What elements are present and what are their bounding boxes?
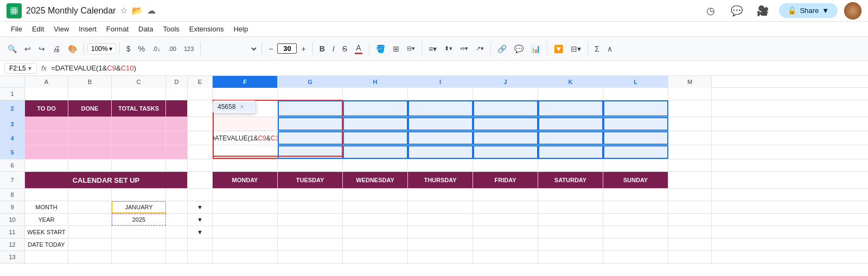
cell-F11[interactable]: [213, 226, 278, 238]
font-size-display[interactable]: 30: [277, 43, 297, 54]
cell-B4[interactable]: [68, 131, 112, 145]
cell-C5[interactable]: [112, 145, 166, 159]
row-num-1[interactable]: 1: [0, 88, 25, 100]
bold-button[interactable]: B: [316, 42, 328, 55]
cell-E6[interactable]: [188, 159, 213, 171]
cell-L12[interactable]: [603, 239, 668, 251]
percent-button[interactable]: %: [135, 42, 148, 55]
cell-F1[interactable]: [213, 88, 278, 100]
cell-C11[interactable]: [112, 226, 166, 238]
cell-M5[interactable]: [668, 145, 712, 159]
formula-display[interactable]: =DATEVALUE(1&C9&C10): [51, 64, 864, 72]
col-header-M[interactable]: M: [668, 76, 712, 88]
cell-J9[interactable]: [473, 201, 538, 213]
cell-B6[interactable]: [68, 159, 112, 171]
cell-I3[interactable]: [408, 117, 473, 131]
cell-K1[interactable]: [538, 88, 603, 100]
row-num-6[interactable]: 6: [0, 159, 25, 171]
meet-icon[interactable]: 🎥: [753, 1, 773, 21]
cell-E4[interactable]: [188, 131, 213, 145]
cell-K11[interactable]: [538, 226, 603, 238]
menu-edit[interactable]: Edit: [28, 24, 48, 34]
cell-M10[interactable]: [668, 214, 712, 226]
document-title[interactable]: 2025 Monthly Calendar: [26, 6, 116, 16]
fill-color-button[interactable]: 🪣: [373, 42, 388, 55]
cell-H3[interactable]: [343, 117, 408, 131]
col-header-J[interactable]: J: [473, 76, 538, 88]
row-num-5[interactable]: 5: [0, 145, 25, 159]
cell-I5[interactable]: [408, 145, 473, 159]
col-header-H[interactable]: H: [343, 76, 408, 88]
cell-K12[interactable]: [538, 239, 603, 251]
cell-I12[interactable]: [408, 239, 473, 251]
cell-D13[interactable]: [166, 251, 188, 263]
cell-B9[interactable]: [68, 201, 112, 213]
cell-A1[interactable]: [25, 88, 68, 100]
cell-H11[interactable]: [343, 226, 408, 238]
cell-J2[interactable]: [473, 100, 538, 117]
cell-thursday[interactable]: THURSDAY: [408, 172, 473, 188]
cell-B2[interactable]: DONE: [68, 100, 112, 117]
cell-E9[interactable]: ▼: [188, 201, 213, 213]
cell-J13[interactable]: [473, 251, 538, 263]
cell-D2[interactable]: [166, 100, 188, 117]
cell-K10[interactable]: [538, 214, 603, 226]
cell-D6[interactable]: [166, 159, 188, 171]
cell-A2[interactable]: TO DO: [25, 100, 68, 117]
cell-E5[interactable]: [188, 145, 213, 159]
row-num-11[interactable]: 11: [0, 226, 25, 238]
cell-B8[interactable]: [68, 189, 112, 201]
cell-J3[interactable]: [473, 117, 538, 131]
comment-icon[interactable]: 💬: [727, 1, 746, 21]
cell-E10[interactable]: ▼: [188, 214, 213, 226]
cell-D5[interactable]: [166, 145, 188, 159]
cell-J5[interactable]: [473, 145, 538, 159]
cell-D11[interactable]: [166, 226, 188, 238]
cell-M9[interactable]: [668, 201, 712, 213]
col-header-G[interactable]: G: [278, 76, 343, 88]
cell-reference[interactable]: F2:L5 ▾: [4, 63, 37, 74]
cell-K8[interactable]: [538, 189, 603, 201]
col-header-A[interactable]: A: [25, 76, 68, 88]
cell-K4[interactable]: [538, 131, 603, 145]
cell-B3[interactable]: [68, 117, 112, 131]
autocomplete-popup[interactable]: 45658 ×: [213, 100, 256, 113]
menu-tools[interactable]: Tools: [158, 24, 183, 34]
cell-L4[interactable]: [603, 131, 668, 145]
cell-M6[interactable]: [668, 159, 712, 171]
cell-J12[interactable]: [473, 239, 538, 251]
cell-F6[interactable]: [213, 159, 278, 171]
cell-C6[interactable]: [112, 159, 166, 171]
cell-B5[interactable]: [68, 145, 112, 159]
redo-button[interactable]: ↪: [35, 42, 48, 55]
align-horizontal-button[interactable]: ≡▾: [425, 42, 440, 55]
more-button[interactable]: ∧: [604, 42, 616, 55]
cell-I11[interactable]: [408, 226, 473, 238]
currency-button[interactable]: $: [123, 42, 134, 55]
cell-I6[interactable]: [408, 159, 473, 171]
cell-C12[interactable]: [112, 239, 166, 251]
cell-K13[interactable]: [538, 251, 603, 263]
text-color-button[interactable]: A: [352, 41, 366, 56]
cell-G9[interactable]: [278, 201, 343, 213]
row-num-9[interactable]: 9: [0, 201, 25, 213]
star-icon[interactable]: ☆: [120, 5, 127, 16]
cell-monday[interactable]: MONDAY: [213, 172, 278, 188]
cell-J8[interactable]: [473, 189, 538, 201]
cell-H5[interactable]: [343, 145, 408, 159]
col-header-D[interactable]: D: [166, 76, 188, 88]
menu-help[interactable]: Help: [229, 24, 252, 34]
history-icon[interactable]: ◷: [701, 1, 720, 21]
cell-D4[interactable]: [166, 131, 188, 145]
cell-G6[interactable]: [278, 159, 343, 171]
cell-F2[interactable]: 45658 ×: [213, 100, 278, 117]
cell-L11[interactable]: [603, 226, 668, 238]
cell-A3[interactable]: [25, 117, 68, 131]
cell-friday[interactable]: FRIDAY: [473, 172, 538, 188]
cell-F9[interactable]: [213, 201, 278, 213]
cell-C13[interactable]: [112, 251, 166, 263]
col-header-I[interactable]: I: [408, 76, 473, 88]
user-avatar[interactable]: [844, 2, 861, 20]
col-header-E[interactable]: E: [188, 76, 213, 88]
cell-A13[interactable]: [25, 251, 68, 263]
